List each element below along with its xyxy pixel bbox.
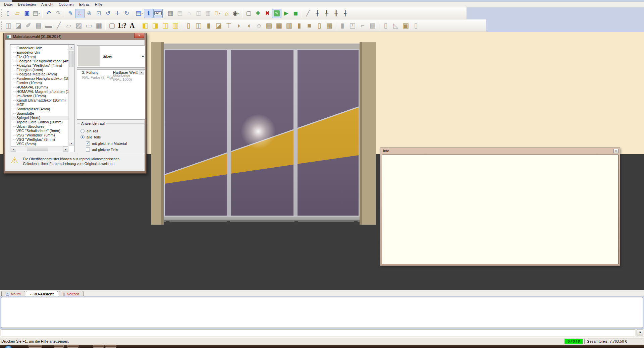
material-item[interactable]: Floatglas Matelac (4mm) — [11, 72, 68, 76]
taskbar-button[interactable] — [105, 345, 116, 348]
metal-drawer-button[interactable]: ▤ — [368, 20, 378, 31]
zoom-window-button[interactable]: ⊡ — [94, 9, 103, 18]
material-item[interactable]: MDF — [11, 103, 68, 107]
open-frame-button[interactable]: ▯ — [381, 20, 391, 31]
layers-button[interactable]: ▤▾ — [135, 9, 144, 18]
material-item[interactable]: VSG "Weißglas" (8mm) — [11, 137, 68, 142]
furniture-button[interactable]: ⊓▾ — [213, 9, 222, 18]
material-item[interactable]: Fundermax Hochglanzdekor (10mm) — [11, 76, 68, 81]
dropdown-arrow-icon[interactable]: ▾ — [39, 12, 40, 15]
tall-cabinet-button[interactable]: ▯ — [183, 20, 194, 31]
louver-panel-button[interactable]: ◪ — [13, 20, 23, 31]
redo-button[interactable]: ↷ — [53, 9, 63, 18]
wedge-button[interactable]: ◺ — [391, 20, 401, 31]
open-file-button[interactable]: ▱ — [13, 9, 22, 18]
table-button[interactable]: ⊤ — [224, 20, 234, 31]
open-tray-button[interactable]: ▭ — [84, 20, 94, 31]
selection-area-button[interactable]: ▢ — [107, 20, 117, 31]
snap-grid-button[interactable]: ┼ — [313, 9, 322, 18]
vertical-scrollbar[interactable]: ▲ ▼ — [68, 45, 74, 146]
camera-button[interactable]: ◉▾ — [231, 9, 241, 18]
checkbox-auf-gleiche-teile-icon[interactable] — [86, 148, 90, 152]
dropdown-arrow-icon[interactable]: ▾ — [142, 12, 143, 15]
snap-point-button[interactable]: ╀ — [322, 9, 331, 18]
command-input[interactable] — [1, 330, 635, 336]
edit-material-button[interactable]: ✎ — [272, 9, 281, 18]
delete-object-button[interactable]: ✖ — [263, 9, 272, 18]
material-item[interactable]: Spiegel (4mm) — [11, 116, 68, 120]
curved-seat-button[interactable]: ◖ — [244, 20, 254, 31]
material-item[interactable]: Eurodekor Holz — [11, 46, 68, 50]
louver-stack-button[interactable]: ▤ — [34, 20, 44, 31]
grid-panel-button[interactable]: ▦ — [94, 20, 104, 31]
material-item[interactable]: Tapete Core Edition (10mm) — [11, 120, 68, 124]
checkbox-auf-gleiche-teile[interactable]: auf gleiche Teile — [86, 148, 118, 152]
light-button[interactable]: ☼ — [222, 9, 231, 18]
scroll-down-icon[interactable]: ▼ — [69, 141, 74, 146]
new-file-button[interactable]: ▯ — [3, 9, 13, 18]
material-item[interactable]: Kaindl Ultramattdekor (10mm) — [11, 98, 68, 103]
material-item[interactable]: Imi-Beton (10mm) — [11, 94, 68, 98]
print-button[interactable]: ▤▾ — [32, 9, 41, 18]
radio-ein-teil[interactable]: ein Teil — [80, 129, 98, 133]
move-object-button[interactable]: ✚ — [253, 9, 263, 18]
text-button[interactable]: A — [127, 20, 137, 31]
help-button[interactable]: ? — [637, 330, 643, 336]
drawer-unit-button[interactable]: ▥ — [284, 20, 294, 31]
taskbar-button[interactable] — [93, 345, 104, 348]
rod-button[interactable]: ╱ — [54, 20, 64, 31]
plain-door-button[interactable]: ▯ — [314, 20, 324, 31]
drawer-chest-button[interactable]: ▤ — [264, 20, 274, 31]
material-swatch[interactable] — [78, 46, 100, 66]
material-item[interactable]: VSG "Schallschutz" (9mm) — [11, 129, 68, 133]
scroll-left-icon[interactable]: ◀ — [11, 147, 16, 152]
tab-raum[interactable]: ◳Raum — [1, 291, 25, 296]
material-item[interactable]: VSG "Weißglas" (6mm) — [11, 133, 68, 137]
taskbar-button[interactable] — [54, 345, 64, 348]
material-item[interactable]: Spanplatte — [11, 111, 68, 116]
dialog-close-button[interactable]: ✕ — [134, 33, 144, 38]
wall-bracket-button[interactable]: ⌐ — [358, 20, 368, 31]
horizontal-scrollbar[interactable]: ◀ ▶ — [11, 146, 68, 152]
material-item[interactable]: Eurodekor Uni — [11, 50, 68, 55]
open-box-button[interactable]: ▣ — [401, 20, 411, 31]
start-orb-icon[interactable] — [5, 345, 12, 348]
material-item[interactable]: Filz (10mm) — [11, 55, 68, 59]
corner-unit-button[interactable]: ◰ — [347, 20, 358, 31]
selection-frame-button[interactable]: ▢ — [244, 9, 253, 18]
info-close-icon[interactable]: x — [613, 149, 619, 153]
dropdown-arrow-icon[interactable]: ▾ — [238, 12, 239, 15]
frame-wall-button[interactable]: ▥ — [170, 20, 180, 31]
material-item[interactable]: VSG (6mm) — [11, 142, 68, 146]
material-item[interactable]: Sondergläser (4mm) — [11, 107, 68, 111]
material-item[interactable]: Urban Structures — [11, 124, 68, 129]
shelf-cabinet-button[interactable]: ◫ — [194, 20, 204, 31]
rotate-view-button[interactable]: ↺ — [103, 9, 113, 18]
menu-optionen[interactable]: Optionen — [56, 2, 76, 7]
dialog-title-bar[interactable]: Materialauswahl [01.06.2014] ✕ — [5, 33, 145, 40]
menu-extras[interactable]: Extras — [76, 2, 92, 7]
side-panel-button[interactable]: ▮ — [204, 20, 214, 31]
checkbox-mit-gleichem-material[interactable]: ✓mit gleichem Material — [86, 141, 127, 146]
open-door-button[interactable]: ◪ — [214, 20, 224, 31]
scale-button[interactable]: 1:? — [117, 20, 127, 31]
menu-hilfe[interactable]: Hilfe — [92, 2, 105, 7]
tab-3d-ansicht[interactable]: ∴3D-Ansicht — [26, 291, 58, 296]
taskbar-button[interactable] — [29, 345, 42, 348]
scrollbar-thumb[interactable] — [69, 51, 73, 67]
plan-edit-button[interactable]: ✎ — [66, 9, 75, 18]
radio-alle-teile-icon[interactable] — [80, 135, 85, 139]
tray-button[interactable]: ▱ — [64, 20, 74, 31]
radio-alle-teile[interactable]: alle Teile — [80, 135, 101, 139]
scroll-right-icon[interactable]: ▶ — [63, 147, 68, 152]
preview-expand-icon[interactable]: ▸ — [142, 54, 144, 58]
compartment-shelf-button[interactable]: ▦ — [324, 20, 334, 31]
mirror-button[interactable]: ◇ — [254, 20, 264, 31]
material-item[interactable]: Floatglas (4mm) — [11, 68, 68, 72]
info-button[interactable]: ℹ — [144, 9, 153, 18]
walkthrough-play-button[interactable]: ▶ — [281, 9, 291, 18]
notes-area[interactable] — [1, 297, 643, 328]
menu-datei[interactable]: Datei — [1, 2, 15, 7]
shelf-board-button[interactable]: ▬ — [44, 20, 54, 31]
checkbox-mit-gleichem-material-icon[interactable]: ✓ — [86, 141, 90, 146]
